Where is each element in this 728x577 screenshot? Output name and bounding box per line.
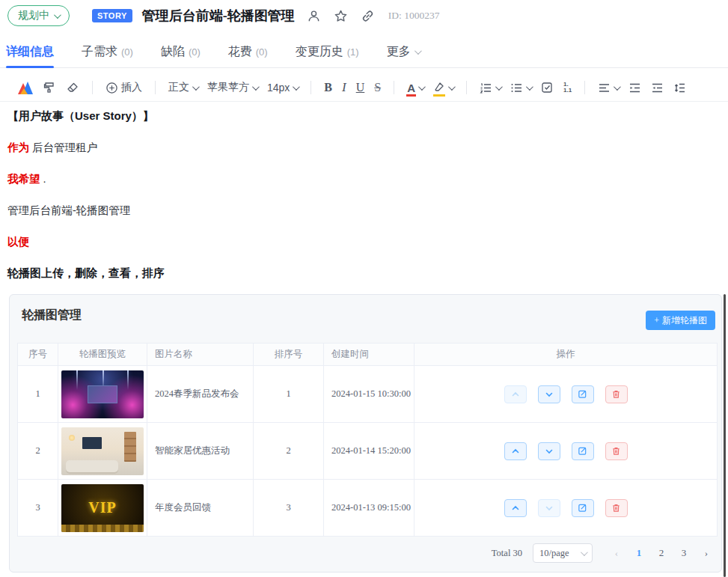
delete-button[interactable] (605, 385, 628, 403)
align-button[interactable] (598, 82, 619, 94)
thumbnail-vip-gold-image: VIP (61, 484, 144, 532)
font-family-select[interactable]: 苹果苹方 (207, 81, 257, 94)
bullet-list-icon (510, 82, 523, 94)
chevron-down-icon (192, 83, 200, 91)
delete-button[interactable] (605, 499, 628, 517)
toolbar-divider (584, 81, 585, 94)
created-time: 2024-01-15 10:30:00 (324, 366, 415, 423)
so-that-line: 以便 (7, 235, 718, 249)
multilevel-bottom: 1.1 (563, 87, 572, 94)
link-icon[interactable] (361, 9, 375, 23)
strikethrough-button[interactable]: S (374, 81, 381, 94)
prev-page-button[interactable]: ‹ (609, 547, 624, 559)
vip-text: VIP (88, 499, 116, 516)
paragraph-style-select[interactable]: 正文 (168, 81, 198, 94)
chevron-down-icon (415, 47, 422, 55)
highlight-color-button[interactable] (433, 82, 453, 94)
table-row: 2 智能家居优惠活动 2 2024-01-14 15:20:00 (18, 423, 718, 480)
vertical-scrollbar[interactable] (724, 294, 726, 577)
chevron-down-icon (526, 83, 533, 91)
story-type-badge: STORY (92, 9, 132, 22)
i-want-value: . (43, 173, 46, 185)
chevron-down-icon (293, 83, 300, 91)
col-header-preview: 轮播图预览 (58, 344, 147, 366)
move-up-button[interactable] (504, 385, 527, 403)
insert-button[interactable]: 插入 (105, 81, 142, 94)
eraser-icon[interactable] (66, 81, 79, 94)
indent-decrease-icon[interactable] (651, 82, 664, 94)
move-down-button[interactable] (538, 442, 560, 460)
add-carousel-button[interactable]: + 新增轮播图 (646, 311, 715, 330)
indent-increase-icon[interactable] (628, 82, 641, 94)
plus-icon: + (654, 315, 659, 326)
row-index: 3 (18, 480, 58, 537)
chevron-down-icon (545, 390, 554, 399)
insert-label: 插入 (121, 81, 142, 94)
italic-button[interactable]: I (342, 80, 346, 95)
status-label: 规划中 (18, 9, 49, 22)
table-row: 3 VIP 年度会员回馈 3 2024-01-13 09:15:00 (18, 480, 718, 537)
row-index: 1 (18, 366, 58, 423)
tab-label: 更多 (387, 44, 411, 60)
tab-label: 子需求 (82, 44, 117, 60)
bullet-list-button[interactable] (510, 82, 531, 94)
col-header-created: 创建时间 (324, 344, 415, 366)
task-checkbox-icon[interactable] (541, 82, 554, 94)
edit-button[interactable] (572, 499, 594, 517)
next-page-button[interactable]: › (699, 547, 714, 559)
line-height-icon[interactable] (673, 82, 686, 94)
status-dropdown[interactable]: 规划中 (7, 5, 70, 26)
tab-cost[interactable]: 花费 (0) (228, 37, 268, 67)
star-favorite-icon[interactable] (334, 9, 348, 23)
as-a-keyword: 作为 (7, 141, 29, 153)
assignee-person-icon[interactable] (307, 9, 321, 23)
move-down-button[interactable] (538, 385, 560, 403)
tab-count: (0) (189, 46, 201, 58)
page-title: 管理后台前端-轮播图管理 (142, 7, 295, 25)
toolbar-divider (92, 81, 93, 94)
font-size-select[interactable]: 14px (267, 82, 298, 94)
i-want-line: 我希望 . (7, 172, 718, 186)
chevron-down-icon (545, 504, 554, 513)
gold-decoration (61, 525, 144, 532)
sofa-shape (66, 460, 118, 472)
multilevel-list-icon[interactable]: 1.1.1 (563, 82, 572, 94)
so-that-keyword: 以便 (7, 236, 29, 248)
edit-button[interactable] (572, 442, 594, 460)
tab-count: (0) (256, 46, 268, 58)
tab-defects[interactable]: 缺陷 (0) (161, 37, 201, 67)
move-down-button[interactable] (538, 499, 560, 517)
tab-change-history[interactable]: 变更历史 (1) (296, 37, 359, 67)
font-color-button[interactable]: A (407, 82, 423, 94)
chevron-down-icon (54, 11, 61, 19)
sort-number: 1 (254, 366, 324, 423)
tab-more[interactable]: 更多 (387, 37, 420, 67)
delete-button[interactable] (605, 442, 628, 460)
page-3-button[interactable]: 3 (676, 547, 691, 559)
tab-detail-info[interactable]: 详细信息 (6, 37, 54, 67)
stage-light-beam (76, 370, 78, 390)
tab-label: 缺陷 (161, 44, 185, 60)
move-up-button[interactable] (504, 442, 527, 460)
ordered-list-icon (480, 82, 492, 94)
ai-assistant-icon[interactable] (18, 82, 33, 94)
page-size-select[interactable]: 10/page (533, 543, 593, 563)
add-carousel-label: 新增轮播图 (662, 314, 707, 327)
toolbar-divider (311, 81, 311, 94)
page-numbers: ‹ 1 2 3 › (609, 547, 714, 559)
highlighter-icon (433, 82, 445, 94)
bold-button[interactable]: B (324, 81, 332, 94)
pagination-bar: Total 30 10/page ‹ 1 2 3 › (492, 543, 714, 563)
tab-sub-requirements[interactable]: 子需求 (0) (82, 37, 133, 67)
page-1-button[interactable]: 1 (631, 547, 646, 559)
thumbnail-concert-stage-image (61, 370, 144, 418)
ordered-list-button[interactable] (480, 82, 501, 94)
underline-button[interactable]: U (356, 81, 365, 94)
trash-icon (611, 446, 621, 456)
edit-button[interactable] (572, 385, 594, 403)
paragraph-style-value: 正文 (168, 81, 189, 94)
page-2-button[interactable]: 2 (654, 547, 669, 559)
move-up-button[interactable] (504, 499, 527, 517)
row-actions (415, 442, 717, 460)
format-painter-icon[interactable] (43, 81, 56, 94)
